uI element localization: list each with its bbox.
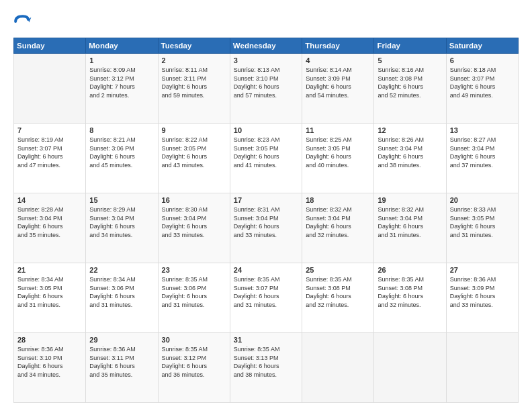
calendar-cell: 6Sunrise: 8:18 AM Sunset: 3:07 PM Daylig… [446,54,518,124]
calendar-cell: 9Sunrise: 8:22 AM Sunset: 3:05 PM Daylig… [158,124,230,193]
weekday-header-wednesday: Wednesday [230,38,302,54]
day-number: 29 [89,336,154,344]
calendar-week-row: 14Sunrise: 8:28 AM Sunset: 3:04 PM Dayli… [14,193,519,263]
day-number: 21 [17,266,82,274]
calendar-cell: 21Sunrise: 8:34 AM Sunset: 3:05 PM Dayli… [14,263,86,333]
day-number: 18 [306,196,370,204]
calendar-cell: 10Sunrise: 8:23 AM Sunset: 3:05 PM Dayli… [230,124,302,193]
day-info: Sunrise: 8:16 AM Sunset: 3:08 PM Dayligh… [378,66,442,99]
day-info: Sunrise: 8:13 AM Sunset: 3:10 PM Dayligh… [234,66,298,99]
calendar-cell: 28Sunrise: 8:36 AM Sunset: 3:10 PM Dayli… [14,333,86,403]
calendar-cell: 23Sunrise: 8:35 AM Sunset: 3:06 PM Dayli… [158,263,230,333]
calendar-cell: 3Sunrise: 8:13 AM Sunset: 3:10 PM Daylig… [230,54,302,124]
calendar-cell: 13Sunrise: 8:27 AM Sunset: 3:04 PM Dayli… [446,124,518,193]
calendar-cell: 16Sunrise: 8:30 AM Sunset: 3:04 PM Dayli… [158,193,230,263]
day-number: 4 [306,56,370,64]
day-number: 8 [89,126,154,134]
day-info: Sunrise: 8:28 AM Sunset: 3:04 PM Dayligh… [17,205,82,239]
calendar-cell: 2Sunrise: 8:11 AM Sunset: 3:11 PM Daylig… [158,54,230,124]
calendar-cell: 18Sunrise: 8:32 AM Sunset: 3:04 PM Dayli… [302,193,374,263]
day-info: Sunrise: 8:14 AM Sunset: 3:09 PM Dayligh… [306,66,370,99]
day-number: 9 [162,126,226,134]
calendar-cell: 22Sunrise: 8:34 AM Sunset: 3:06 PM Dayli… [86,263,158,333]
calendar-cell: 26Sunrise: 8:35 AM Sunset: 3:08 PM Dayli… [374,263,446,333]
day-info: Sunrise: 8:22 AM Sunset: 3:05 PM Dayligh… [162,136,226,169]
calendar-cell: 15Sunrise: 8:29 AM Sunset: 3:04 PM Dayli… [86,193,158,263]
day-number: 16 [162,196,226,204]
day-number: 17 [234,196,298,204]
calendar-week-row: 21Sunrise: 8:34 AM Sunset: 3:05 PM Dayli… [14,263,519,333]
calendar-cell: 8Sunrise: 8:21 AM Sunset: 3:06 PM Daylig… [86,124,158,193]
day-info: Sunrise: 8:29 AM Sunset: 3:04 PM Dayligh… [89,205,154,239]
calendar-cell: 31Sunrise: 8:35 AM Sunset: 3:13 PM Dayli… [230,333,302,403]
calendar-cell: 25Sunrise: 8:35 AM Sunset: 3:08 PM Dayli… [302,263,374,333]
day-info: Sunrise: 8:35 AM Sunset: 3:13 PM Dayligh… [234,345,298,379]
calendar-cell: 1Sunrise: 8:09 AM Sunset: 3:12 PM Daylig… [86,54,158,124]
calendar-table: SundayMondayTuesdayWednesdayThursdayFrid… [13,38,519,403]
day-number: 6 [450,56,515,64]
calendar-cell: 11Sunrise: 8:25 AM Sunset: 3:05 PM Dayli… [302,124,374,193]
day-number: 22 [89,266,154,274]
day-info: Sunrise: 8:19 AM Sunset: 3:07 PM Dayligh… [17,136,82,169]
calendar-cell: 7Sunrise: 8:19 AM Sunset: 3:07 PM Daylig… [14,124,86,193]
day-number: 14 [17,196,82,204]
calendar-cell [374,333,446,403]
day-number: 1 [89,56,154,64]
day-info: Sunrise: 8:35 AM Sunset: 3:08 PM Dayligh… [306,275,370,309]
day-info: Sunrise: 8:36 AM Sunset: 3:11 PM Dayligh… [89,345,154,379]
day-info: Sunrise: 8:32 AM Sunset: 3:04 PM Dayligh… [378,205,442,239]
day-number: 31 [234,336,298,344]
day-info: Sunrise: 8:26 AM Sunset: 3:04 PM Dayligh… [378,136,442,169]
day-number: 30 [162,336,226,344]
calendar-week-row: 7Sunrise: 8:19 AM Sunset: 3:07 PM Daylig… [14,124,519,193]
day-info: Sunrise: 8:27 AM Sunset: 3:04 PM Dayligh… [450,136,515,169]
calendar-week-row: 1Sunrise: 8:09 AM Sunset: 3:12 PM Daylig… [14,54,519,124]
day-info: Sunrise: 8:33 AM Sunset: 3:05 PM Dayligh… [450,205,515,239]
day-number: 7 [17,126,82,134]
day-number: 5 [378,56,442,64]
day-number: 25 [306,266,370,274]
day-info: Sunrise: 8:36 AM Sunset: 3:10 PM Dayligh… [17,345,82,379]
day-number: 10 [234,126,298,134]
calendar-cell: 20Sunrise: 8:33 AM Sunset: 3:05 PM Dayli… [446,193,518,263]
calendar-cell: 27Sunrise: 8:36 AM Sunset: 3:09 PM Dayli… [446,263,518,333]
day-number: 28 [17,336,82,344]
calendar-cell: 12Sunrise: 8:26 AM Sunset: 3:04 PM Dayli… [374,124,446,193]
calendar-cell: 17Sunrise: 8:31 AM Sunset: 3:04 PM Dayli… [230,193,302,263]
day-info: Sunrise: 8:30 AM Sunset: 3:04 PM Dayligh… [162,205,226,239]
day-info: Sunrise: 8:23 AM Sunset: 3:05 PM Dayligh… [234,136,298,169]
weekday-header-monday: Monday [86,38,158,54]
logo [13,12,35,31]
day-info: Sunrise: 8:35 AM Sunset: 3:08 PM Dayligh… [378,275,442,309]
day-info: Sunrise: 8:31 AM Sunset: 3:04 PM Dayligh… [234,205,298,239]
day-number: 19 [378,196,442,204]
weekday-header-thursday: Thursday [302,38,374,54]
calendar-cell: 29Sunrise: 8:36 AM Sunset: 3:11 PM Dayli… [86,333,158,403]
calendar-cell [14,54,86,124]
day-info: Sunrise: 8:25 AM Sunset: 3:05 PM Dayligh… [306,136,370,169]
weekday-header-sunday: Sunday [14,38,86,54]
header [13,12,519,31]
day-info: Sunrise: 8:35 AM Sunset: 3:06 PM Dayligh… [162,275,226,309]
calendar-cell: 30Sunrise: 8:35 AM Sunset: 3:12 PM Dayli… [158,333,230,403]
weekday-header-tuesday: Tuesday [158,38,230,54]
weekday-header-friday: Friday [374,38,446,54]
day-info: Sunrise: 8:18 AM Sunset: 3:07 PM Dayligh… [450,66,515,99]
logo-icon [13,12,32,31]
day-number: 12 [378,126,442,134]
calendar-cell [302,333,374,403]
calendar-cell: 19Sunrise: 8:32 AM Sunset: 3:04 PM Dayli… [374,193,446,263]
day-info: Sunrise: 8:34 AM Sunset: 3:05 PM Dayligh… [17,275,82,309]
day-number: 3 [234,56,298,64]
calendar-week-row: 28Sunrise: 8:36 AM Sunset: 3:10 PM Dayli… [14,333,519,403]
weekday-header-saturday: Saturday [446,38,518,54]
calendar-cell: 24Sunrise: 8:35 AM Sunset: 3:07 PM Dayli… [230,263,302,333]
page: SundayMondayTuesdayWednesdayThursdayFrid… [0,0,532,411]
day-info: Sunrise: 8:11 AM Sunset: 3:11 PM Dayligh… [162,66,226,99]
weekday-header-row: SundayMondayTuesdayWednesdayThursdayFrid… [14,38,519,54]
day-info: Sunrise: 8:36 AM Sunset: 3:09 PM Dayligh… [450,275,515,309]
day-info: Sunrise: 8:35 AM Sunset: 3:07 PM Dayligh… [234,275,298,309]
day-number: 27 [450,266,515,274]
day-info: Sunrise: 8:09 AM Sunset: 3:12 PM Dayligh… [89,66,154,99]
day-info: Sunrise: 8:35 AM Sunset: 3:12 PM Dayligh… [162,345,226,379]
